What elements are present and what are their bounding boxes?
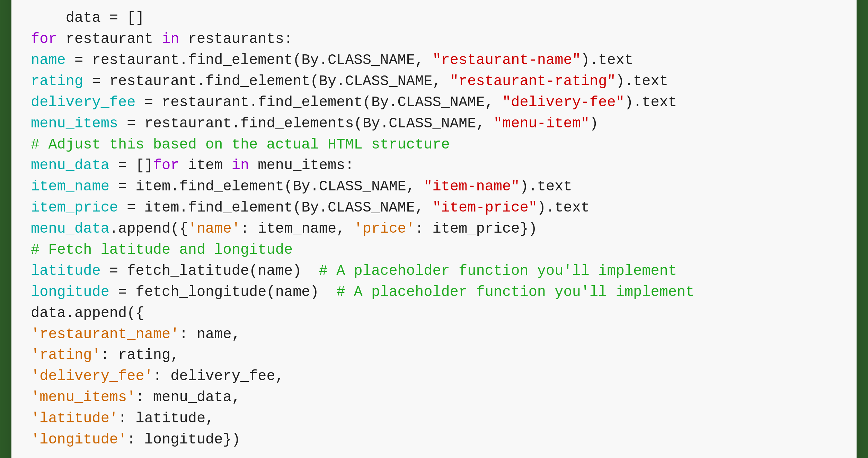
line-1: data = []	[66, 10, 144, 26]
line-5: delivery_fee = restaurant.find_element(B…	[31, 94, 677, 111]
line-12: # Fetch latitude and longitude	[31, 242, 293, 258]
code-container: data = [] for restaurant in restaurants:…	[11, 0, 857, 458]
code-block: data = [] for restaurant in restaurants:…	[31, 0, 837, 458]
line-16: 'restaurant_name': name,	[31, 326, 240, 343]
line-21: 'longitude': longitude})	[31, 431, 240, 448]
line-14: longitude = fetch_longitude(name) # A pl…	[31, 284, 694, 300]
line-15: data.append({	[31, 305, 144, 322]
line-13: latitude = fetch_latitude(name) # A plac…	[31, 263, 677, 279]
line-3: name = restaurant.find_element(By.CLASS_…	[31, 52, 633, 69]
line-4: rating = restaurant.find_element(By.CLAS…	[31, 73, 668, 90]
line-7: # Adjust this based on the actual HTML s…	[31, 136, 450, 153]
line-6: menu_items = restaurant.find_elements(By…	[31, 115, 598, 132]
line-9: item_name = item.find_element(By.CLASS_N…	[31, 178, 572, 195]
line-20: 'latitude': latitude,	[31, 410, 214, 427]
line-17: 'rating': rating,	[31, 347, 179, 363]
line-10: item_price = item.find_element(By.CLASS_…	[31, 199, 590, 216]
line-19: 'menu_items': menu_data,	[31, 389, 240, 406]
line-8: menu_data = []for item in menu_items:	[31, 157, 354, 174]
line-18: 'delivery_fee': delivery_fee,	[31, 368, 284, 385]
line-2: for restaurant in restaurants:	[31, 31, 293, 47]
line-11: menu_data.append({'name': item_name, 'pr…	[31, 221, 537, 237]
